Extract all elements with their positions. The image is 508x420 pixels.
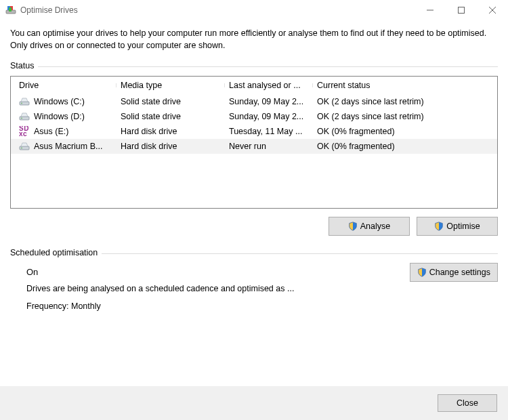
content-area: You can optimise your drives to help you… (0, 20, 508, 386)
col-header-last[interactable]: Last analysed or ... (225, 81, 313, 90)
drive-list[interactable]: Drive Media type Last analysed or ... Cu… (10, 76, 498, 209)
scheduled-description: Drives are being analysed on a scheduled… (26, 284, 294, 293)
drive-last: Never run (225, 142, 313, 151)
scheduled-group-label: Scheduled optimisation (10, 248, 498, 257)
drive-status: OK (0% fragmented) (313, 127, 493, 136)
optimise-label: Optimise (446, 222, 480, 231)
status-group-label: Status (10, 61, 498, 70)
change-settings-label: Change settings (429, 268, 490, 277)
footer: Close (0, 386, 508, 420)
scheduled-frequency: Frequency: Monthly (26, 301, 294, 311)
analyse-label: Analyse (360, 222, 390, 231)
scheduled-label-text: Scheduled optimisation (10, 248, 98, 257)
shield-icon (348, 222, 358, 231)
svg-rect-5 (459, 7, 465, 14)
list-header[interactable]: Drive Media type Last analysed or ... Cu… (11, 77, 497, 94)
drive-name: Windows (D:) (34, 112, 85, 121)
window-title: Optimise Drives (20, 5, 78, 15)
svg-point-11 (21, 118, 22, 119)
divider (38, 66, 498, 67)
change-settings-button[interactable]: Change settings (410, 263, 498, 282)
scheduled-body: On Drives are being analysed on a schedu… (10, 259, 294, 316)
optimise-button[interactable]: Optimise (417, 217, 498, 236)
shield-icon (434, 222, 444, 231)
drive-media: Hard disk drive (117, 127, 225, 136)
table-row[interactable]: SDxcAsus (E:)Hard disk driveTuesday, 11 … (11, 124, 497, 139)
col-header-status[interactable]: Current status (313, 81, 493, 90)
svg-point-9 (21, 103, 22, 104)
shield-icon (417, 268, 427, 277)
divider (102, 253, 498, 254)
drive-status: OK (0% fragmented) (313, 142, 493, 151)
status-label-text: Status (10, 61, 34, 70)
drive-status: OK (2 days since last retrim) (313, 97, 493, 106)
drive-name: Windows (C:) (34, 97, 85, 106)
drive-media: Solid state drive (117, 112, 225, 121)
app-icon (5, 5, 16, 16)
intro-text: You can optimise your drives to help you… (10, 23, 498, 61)
drive-name: Asus (E:) (34, 127, 68, 136)
drive-status: OK (2 days since last retrim) (313, 112, 493, 121)
col-header-drive[interactable]: Drive (15, 81, 117, 90)
action-buttons: Analyse Optimise (10, 217, 498, 236)
maximize-button[interactable] (446, 0, 477, 20)
drive-last: Sunday, 09 May 2... (225, 112, 313, 121)
drive-media: Solid state drive (117, 97, 225, 106)
scheduled-state: On (26, 267, 294, 277)
drive-name: Asus Macrium B... (34, 142, 102, 151)
table-row[interactable]: Windows (D:)Solid state driveSunday, 09 … (11, 109, 497, 124)
drive-last: Sunday, 09 May 2... (225, 97, 313, 106)
close-button[interactable]: Close (438, 394, 497, 412)
drive-last: Tuesday, 11 May ... (225, 127, 313, 136)
drive-icon (19, 96, 30, 107)
close-window-button[interactable] (477, 0, 508, 20)
minimize-button[interactable] (415, 0, 446, 20)
table-row[interactable]: Asus Macrium B...Hard disk driveNever ru… (11, 139, 497, 154)
drive-icon (19, 111, 30, 122)
svg-point-13 (21, 148, 22, 149)
drive-icon (19, 141, 30, 152)
table-row[interactable]: Windows (C:)Solid state driveSunday, 09 … (11, 94, 497, 109)
col-header-media[interactable]: Media type (117, 81, 225, 90)
svg-rect-3 (9, 7, 12, 12)
drive-media: Hard disk drive (117, 142, 225, 151)
titlebar: Optimise Drives (0, 0, 508, 20)
analyse-button[interactable]: Analyse (329, 217, 410, 236)
